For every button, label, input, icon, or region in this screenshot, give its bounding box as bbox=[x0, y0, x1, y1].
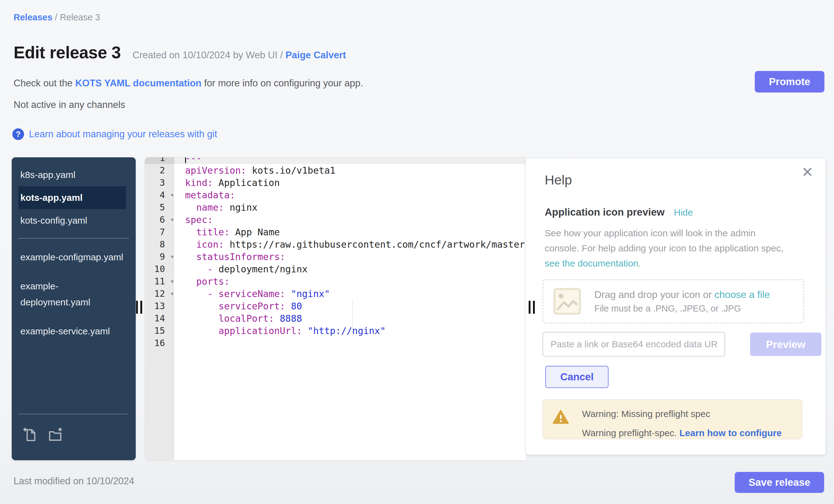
choose-file-link[interactable]: choose a file bbox=[715, 289, 770, 300]
git-releases-link[interactable]: ? Learn about managing your releases wit… bbox=[12, 128, 217, 140]
breadcrumb-current: Release 3 bbox=[60, 12, 100, 22]
sidebar-file-item[interactable]: example-deployment.yaml bbox=[19, 275, 126, 314]
sidebar-file-item[interactable]: k8s-app.yaml bbox=[19, 163, 126, 186]
question-icon: ? bbox=[12, 128, 24, 140]
line-number: 7 bbox=[145, 226, 174, 238]
code-line[interactable]: 4▾metadata: bbox=[145, 189, 526, 201]
code-line[interactable]: 14 localPort: 8888 bbox=[145, 312, 526, 325]
close-icon[interactable]: ✕ bbox=[801, 165, 813, 179]
fold-arrow-icon[interactable]: ▾ bbox=[171, 216, 174, 223]
promote-button[interactable]: Promote bbox=[755, 71, 825, 92]
yaml-code-editor[interactable]: 1---2apiVersion: kots.io/v1beta13kind: A… bbox=[145, 157, 526, 460]
line-number: 1 bbox=[145, 157, 174, 164]
line-number: 6▾ bbox=[145, 214, 174, 226]
fold-arrow-icon[interactable]: ▾ bbox=[171, 278, 174, 285]
code-line-content[interactable]: servicePort: 80 bbox=[174, 300, 526, 312]
code-line[interactable]: 9▾ statusInformers: bbox=[145, 250, 526, 263]
icon-url-input[interactable] bbox=[543, 332, 725, 356]
line-number: 5 bbox=[145, 201, 174, 214]
fold-arrow-icon[interactable]: ▾ bbox=[171, 192, 174, 198]
code-line-content[interactable]: icon: https://raw.githubusercontent.com/… bbox=[174, 238, 526, 250]
code-line[interactable]: 7 title: App Name bbox=[145, 226, 526, 238]
code-line-content[interactable]: ports: bbox=[174, 275, 526, 287]
code-line[interactable]: 6▾spec: bbox=[145, 214, 526, 226]
learn-how-to-configure-link[interactable]: Learn how to configure bbox=[679, 428, 782, 438]
editor-code-rows: 1---2apiVersion: kots.io/v1beta13kind: A… bbox=[145, 157, 526, 349]
code-line[interactable]: 10 - deployment/nginx bbox=[145, 263, 526, 275]
code-line-content[interactable]: applicationUrl: "http://nginx" bbox=[174, 325, 526, 337]
help-panel: ✕ Help Application icon preview Hide See… bbox=[525, 158, 826, 455]
sidebar-file-item[interactable]: kots-app.yaml bbox=[19, 186, 126, 209]
line-number: 8 bbox=[145, 238, 174, 250]
created-text: Created on 10/10/2024 by Web UI / Paige … bbox=[133, 50, 346, 61]
line-number: 16 bbox=[145, 337, 174, 349]
sidebar-example-files: example-configmap.yamlexample-deployment… bbox=[12, 246, 136, 343]
line-number: 15 bbox=[145, 325, 174, 337]
fold-arrow-icon[interactable]: ▾ bbox=[171, 253, 174, 260]
code-line-content[interactable]: statusInformers: bbox=[174, 250, 526, 263]
dropzone-text: Drag and drop your icon or choose a file… bbox=[594, 289, 770, 314]
line-number: 11▾ bbox=[145, 275, 174, 287]
code-line[interactable]: 12▾ - serviceName: "nginx" bbox=[145, 287, 526, 300]
last-modified-text: Last modified on 10/10/2024 bbox=[14, 476, 134, 487]
code-line-content[interactable]: name: nginx bbox=[174, 201, 526, 214]
add-file-icon[interactable] bbox=[22, 426, 38, 443]
code-line-content[interactable]: kind: Application bbox=[174, 176, 526, 189]
code-line[interactable]: 1--- bbox=[145, 157, 526, 164]
code-line[interactable]: 15 applicationUrl: "http://nginx" bbox=[145, 325, 526, 337]
icon-preview-heading: Application icon preview bbox=[545, 206, 665, 218]
code-line-content[interactable]: localPort: 8888 bbox=[174, 312, 526, 325]
sidebar-footer bbox=[19, 414, 128, 460]
sidebar-divider bbox=[19, 238, 129, 238]
icon-preview-description: See how your application icon will look … bbox=[545, 225, 784, 271]
code-line[interactable]: 3kind: Application bbox=[145, 176, 526, 189]
cancel-button[interactable]: Cancel bbox=[545, 366, 609, 388]
code-line-content[interactable]: - deployment/nginx bbox=[174, 263, 526, 275]
warning-icon bbox=[553, 410, 569, 424]
fold-arrow-icon[interactable]: ▾ bbox=[171, 290, 174, 297]
sidebar-file-item[interactable]: example-configmap.yaml bbox=[19, 246, 126, 269]
kots-yaml-doc-link[interactable]: KOTS YAML documentation bbox=[75, 78, 201, 89]
edit-release-page: Releases / Release 3 Edit release 3 Crea… bbox=[0, 0, 834, 504]
title-row: Edit release 3 Created on 10/10/2024 by … bbox=[14, 43, 346, 62]
line-number: 14 bbox=[145, 312, 174, 325]
editor-help-resize-handle[interactable] bbox=[528, 301, 535, 314]
code-line-content[interactable] bbox=[174, 337, 526, 349]
code-line-content[interactable]: spec: bbox=[174, 214, 526, 226]
sidebar-file-item[interactable]: example-service.yaml bbox=[19, 320, 126, 343]
indent-guide bbox=[352, 300, 353, 337]
icon-dropzone[interactable]: Drag and drop your icon or choose a file… bbox=[543, 280, 804, 323]
see-documentation-link[interactable]: see the documentation bbox=[545, 258, 638, 268]
sidebar-editor-resize-handle[interactable] bbox=[135, 301, 143, 314]
line-number: 10 bbox=[145, 263, 174, 275]
breadcrumb: Releases / Release 3 bbox=[14, 12, 100, 23]
code-line[interactable]: 13 servicePort: 80 bbox=[145, 300, 526, 312]
created-by-link[interactable]: Paige Calvert bbox=[285, 50, 346, 61]
code-line[interactable]: 8 icon: https://raw.githubusercontent.co… bbox=[145, 238, 526, 250]
help-title: Help bbox=[545, 172, 572, 188]
code-line[interactable]: 2apiVersion: kots.io/v1beta1 bbox=[145, 164, 526, 176]
code-line-content[interactable]: metadata: bbox=[174, 189, 526, 201]
code-line-content[interactable]: apiVersion: kots.io/v1beta1 bbox=[174, 164, 526, 176]
code-line[interactable]: 11▾ ports: bbox=[145, 275, 526, 287]
breadcrumb-separator: / bbox=[52, 12, 60, 22]
image-placeholder-icon bbox=[553, 287, 581, 315]
page-title: Edit release 3 bbox=[14, 43, 121, 62]
add-folder-icon[interactable] bbox=[47, 426, 64, 443]
sidebar-file-item[interactable]: kots-config.yaml bbox=[19, 209, 126, 232]
code-line-content[interactable]: --- bbox=[174, 157, 526, 164]
code-line-content[interactable]: title: App Name bbox=[174, 226, 526, 238]
save-release-button[interactable]: Save release bbox=[735, 472, 824, 493]
warning-body: Warning preflight-spec. Learn how to con… bbox=[582, 426, 802, 439]
hide-link[interactable]: Hide bbox=[674, 207, 693, 218]
code-line[interactable]: 5 name: nginx bbox=[145, 201, 526, 214]
preview-button[interactable]: Preview bbox=[750, 332, 821, 356]
code-line-content[interactable]: - serviceName: "nginx" bbox=[174, 287, 526, 300]
preflight-warning-box: Warning: Missing preflight spec Warning … bbox=[543, 399, 802, 439]
line-number: 9▾ bbox=[145, 250, 174, 263]
git-link-label: Learn about managing your releases with … bbox=[29, 129, 217, 140]
breadcrumb-releases-link[interactable]: Releases bbox=[14, 12, 52, 22]
line-number: 2 bbox=[145, 164, 174, 176]
doc-hint-line: Check out the KOTS YAML documentation fo… bbox=[14, 78, 363, 89]
code-line[interactable]: 16 bbox=[145, 337, 526, 349]
